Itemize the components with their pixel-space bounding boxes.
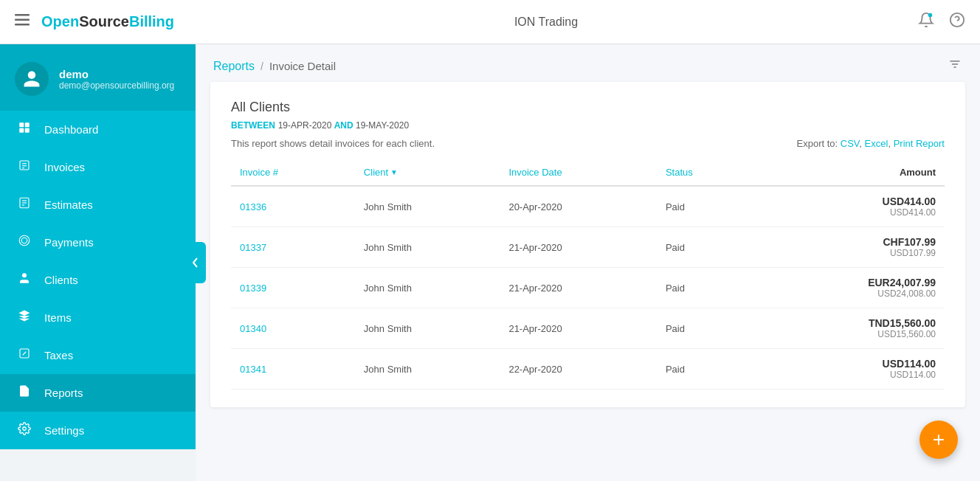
invoice-amount: USD414.00 USD414.00 [756, 186, 945, 227]
svg-point-18 [19, 235, 30, 246]
help-icon[interactable] [949, 12, 965, 32]
invoice-status: Paid [657, 227, 756, 268]
sidebar-wrapper: demo demo@opensourcebilling.org Dashboar… [0, 44, 196, 481]
col-date: Invoice Date [500, 159, 657, 186]
topbar: OpenSourceBilling ION Trading [0, 0, 980, 44]
invoice-date: 21-Apr-2020 [500, 308, 657, 349]
user-name: demo [59, 68, 174, 80]
table-row: 01341 John Smith 22-Apr-2020 Paid USD114… [231, 349, 945, 390]
report-date-range: BETWEEN 19-APR-2020 AND 19-MAY-2020 [231, 120, 945, 131]
invoice-amount: USD114.00 USD114.00 [756, 349, 945, 390]
svg-marker-21 [19, 311, 30, 316]
invoice-number[interactable]: 01340 [231, 308, 355, 349]
report-title: All Clients [231, 100, 945, 115]
svg-point-3 [928, 13, 933, 18]
svg-point-20 [22, 273, 27, 277]
notification-icon[interactable] [918, 12, 934, 32]
col-amount: Amount [756, 159, 945, 186]
content-area: Reports / Invoice Detail All Clients BET… [196, 44, 980, 481]
sidebar-item-settings[interactable]: Settings [0, 412, 196, 449]
report-panel: All Clients BETWEEN 19-APR-2020 AND 19-M… [210, 82, 965, 407]
invoice-amount: CHF107.99 USD107.99 [756, 227, 945, 268]
sidebar-item-items[interactable]: Items [0, 299, 196, 336]
page-title: ION Trading [174, 15, 918, 29]
export-row: Export to: CSV, Excel, Print Report [797, 138, 945, 149]
invoices-icon [16, 159, 32, 176]
sidebar-item-label: Items [44, 311, 72, 324]
breadcrumb-current: Invoice Detail [269, 60, 336, 72]
invoice-date: 20-Apr-2020 [500, 186, 657, 227]
invoice-amount: TND15,560.00 USD15,560.00 [756, 308, 945, 349]
between-label: BETWEEN [231, 120, 275, 131]
invoice-status: Paid [657, 268, 756, 308]
app-logo: OpenSourceBilling [41, 13, 174, 30]
invoice-number[interactable]: 01337 [231, 227, 355, 268]
table-header: Invoice # Client ▼ Invoice Date Status A… [231, 159, 945, 186]
invoice-amount: EUR24,007.99 USD24,008.00 [756, 268, 945, 308]
report-meta: This report shows detail invoices for ea… [231, 138, 945, 149]
sidebar-item-label: Payments [44, 236, 94, 249]
estimates-icon [16, 196, 32, 213]
table-row: 01336 John Smith 20-Apr-2020 Paid USD414… [231, 186, 945, 227]
payments-icon [16, 234, 32, 251]
svg-rect-7 [25, 122, 30, 127]
svg-rect-0 [15, 14, 30, 16]
sidebar-item-reports[interactable]: Reports [0, 374, 196, 412]
topbar-actions [918, 12, 965, 32]
sidebar-item-invoices[interactable]: Invoices [0, 148, 196, 186]
sidebar-item-estimates[interactable]: Estimates [0, 186, 196, 224]
invoice-status: Paid [657, 308, 756, 349]
sidebar-item-label: Taxes [44, 349, 73, 361]
invoice-status: Paid [657, 349, 756, 390]
sidebar-item-payments[interactable]: Payments [0, 224, 196, 261]
sort-icon: ▼ [390, 168, 398, 176]
invoice-number[interactable]: 01341 [231, 349, 355, 390]
svg-rect-6 [19, 122, 24, 127]
invoice-date: 21-Apr-2020 [500, 227, 657, 268]
settings-icon [16, 422, 32, 439]
svg-point-19 [21, 238, 27, 243]
breadcrumb: Reports / Invoice Detail [213, 60, 336, 73]
export-csv[interactable]: CSV [841, 138, 860, 149]
sidebar-item-dashboard[interactable]: Dashboard [0, 111, 196, 148]
sidebar-item-clients[interactable]: Clients [0, 261, 196, 299]
clients-icon [16, 271, 32, 288]
client-name: John Smith [355, 349, 500, 390]
breadcrumb-reports[interactable]: Reports [213, 60, 255, 73]
table-row: 01339 John Smith 21-Apr-2020 Paid EUR24,… [231, 268, 945, 308]
taxes-icon [16, 347, 32, 364]
col-invoice: Invoice # [231, 159, 355, 186]
sidebar-item-label: Settings [44, 424, 84, 437]
export-excel[interactable]: Excel [865, 138, 888, 149]
breadcrumb-bar: Reports / Invoice Detail [196, 44, 980, 82]
avatar [15, 62, 49, 96]
main-layout: demo demo@opensourcebilling.org Dashboar… [0, 44, 980, 481]
client-name: John Smith [355, 308, 500, 349]
invoice-number[interactable]: 01339 [231, 268, 355, 308]
invoice-date: 22-Apr-2020 [500, 349, 657, 390]
table-row: 01340 John Smith 21-Apr-2020 Paid TND15,… [231, 308, 945, 349]
date-from: 19-APR-2020 [278, 120, 334, 131]
export-print[interactable]: Print Report [894, 138, 945, 149]
filter-icon[interactable] [948, 58, 962, 75]
report-description: This report shows detail invoices for ea… [231, 138, 435, 149]
dashboard-icon [16, 121, 32, 138]
svg-rect-9 [25, 128, 30, 133]
sidebar-collapse-handle[interactable] [185, 242, 206, 283]
sidebar-item-taxes[interactable]: Taxes [0, 336, 196, 374]
svg-point-25 [23, 427, 27, 431]
items-icon [16, 309, 32, 326]
invoice-status: Paid [657, 186, 756, 227]
col-client[interactable]: Client ▼ [355, 159, 500, 186]
sidebar-item-label: Clients [44, 274, 78, 286]
date-to: 19-MAY-2020 [356, 120, 409, 131]
and-label: AND [334, 120, 356, 131]
sidebar-nav: Dashboard Invoices Estimates [0, 111, 196, 449]
menu-icon[interactable] [15, 14, 30, 30]
invoice-number[interactable]: 01336 [231, 186, 355, 227]
sidebar-item-label: Reports [44, 387, 83, 399]
user-info: demo demo@opensourcebilling.org [59, 68, 174, 91]
sidebar: demo demo@opensourcebilling.org Dashboar… [0, 44, 196, 449]
fab-button[interactable]: + [919, 421, 958, 459]
sidebar-item-label: Invoices [44, 161, 85, 173]
